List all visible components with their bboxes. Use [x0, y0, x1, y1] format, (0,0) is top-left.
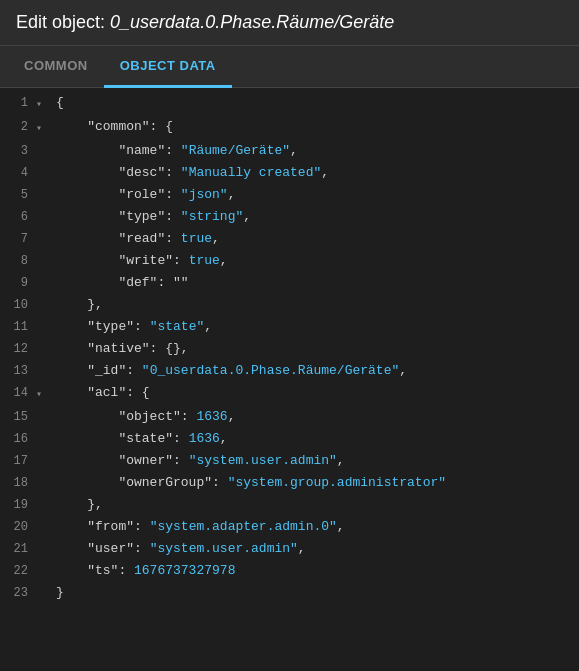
- line-num-13: 13: [0, 360, 36, 382]
- line-num-15: 15: [0, 406, 36, 428]
- line-arrow-6: [36, 206, 52, 208]
- line-arrow-16: [36, 428, 52, 430]
- line-arrow-10: [36, 294, 52, 296]
- line-content-15: "object": 1636,: [52, 406, 579, 428]
- line-content-23: }: [52, 582, 579, 604]
- line-num-3: 3: [0, 140, 36, 162]
- line-arrow-3: [36, 140, 52, 142]
- line-content-20: "from": "system.adapter.admin.0",: [52, 516, 579, 538]
- code-line-12: 12 "native": {},: [0, 338, 579, 360]
- line-arrow-23: [36, 582, 52, 584]
- line-num-9: 9: [0, 272, 36, 294]
- line-num-14: 14: [0, 382, 36, 404]
- line-num-4: 4: [0, 162, 36, 184]
- line-content-18: "ownerGroup": "system.group.administrato…: [52, 472, 579, 494]
- code-line-3: 3 "name": "Räume/Geräte",: [0, 140, 579, 162]
- line-content-10: },: [52, 294, 579, 316]
- line-arrow-12: [36, 338, 52, 340]
- line-arrow-19: [36, 494, 52, 496]
- line-arrow-9: [36, 272, 52, 274]
- line-num-20: 20: [0, 516, 36, 538]
- line-num-19: 19: [0, 494, 36, 516]
- tab-object-data[interactable]: OBJECT DATA: [104, 46, 232, 88]
- code-line-19: 19 },: [0, 494, 579, 516]
- code-line-15: 15 "object": 1636,: [0, 406, 579, 428]
- line-content-4: "desc": "Manually created",: [52, 162, 579, 184]
- line-num-22: 22: [0, 560, 36, 582]
- code-line-14: 14 ▾ "acl": {: [0, 382, 579, 406]
- line-num-7: 7: [0, 228, 36, 250]
- code-line-23: 23 }: [0, 582, 579, 604]
- code-area[interactable]: 1 ▾ { 2 ▾ "common": { 3 "name": "Räume/G…: [0, 88, 579, 659]
- code-line-11: 11 "type": "state",: [0, 316, 579, 338]
- code-line-2: 2 ▾ "common": {: [0, 116, 579, 140]
- line-arrow-7: [36, 228, 52, 230]
- line-arrow-8: [36, 250, 52, 252]
- line-num-6: 6: [0, 206, 36, 228]
- line-num-21: 21: [0, 538, 36, 560]
- code-line-8: 8 "write": true,: [0, 250, 579, 272]
- line-arrow-4: [36, 162, 52, 164]
- line-num-23: 23: [0, 582, 36, 604]
- line-arrow-5: [36, 184, 52, 186]
- line-content-2: "common": {: [52, 116, 579, 138]
- line-num-5: 5: [0, 184, 36, 206]
- line-content-22: "ts": 1676737327978: [52, 560, 579, 582]
- code-line-13: 13 "_id": "0_userdata.0.Phase.Räume/Gerä…: [0, 360, 579, 382]
- line-num-11: 11: [0, 316, 36, 338]
- line-arrow-18: [36, 472, 52, 474]
- line-content-12: "native": {},: [52, 338, 579, 360]
- line-content-3: "name": "Räume/Geräte",: [52, 140, 579, 162]
- line-content-5: "role": "json",: [52, 184, 579, 206]
- line-num-16: 16: [0, 428, 36, 450]
- line-num-12: 12: [0, 338, 36, 360]
- header: Edit object: 0_userdata.0.Phase.Räume/Ge…: [0, 0, 579, 46]
- tab-common[interactable]: COMMON: [8, 46, 104, 88]
- line-arrow-2[interactable]: ▾: [36, 116, 52, 140]
- line-content-8: "write": true,: [52, 250, 579, 272]
- code-line-22: 22 "ts": 1676737327978: [0, 560, 579, 582]
- code-line-6: 6 "type": "string",: [0, 206, 579, 228]
- line-arrow-14[interactable]: ▾: [36, 382, 52, 406]
- code-line-4: 4 "desc": "Manually created",: [0, 162, 579, 184]
- code-line-1: 1 ▾ {: [0, 92, 579, 116]
- line-arrow-17: [36, 450, 52, 452]
- line-content-16: "state": 1636,: [52, 428, 579, 450]
- code-line-18: 18 "ownerGroup": "system.group.administr…: [0, 472, 579, 494]
- code-line-9: 9 "def": "": [0, 272, 579, 294]
- line-arrow-15: [36, 406, 52, 408]
- line-content-14: "acl": {: [52, 382, 579, 404]
- line-content-13: "_id": "0_userdata.0.Phase.Räume/Geräte"…: [52, 360, 579, 382]
- line-content-7: "read": true,: [52, 228, 579, 250]
- line-arrow-21: [36, 538, 52, 540]
- code-line-21: 21 "user": "system.user.admin",: [0, 538, 579, 560]
- code-line-7: 7 "read": true,: [0, 228, 579, 250]
- tabs-bar: COMMON OBJECT DATA: [0, 46, 579, 88]
- line-num-10: 10: [0, 294, 36, 316]
- line-arrow-20: [36, 516, 52, 518]
- line-num-18: 18: [0, 472, 36, 494]
- line-num-17: 17: [0, 450, 36, 472]
- line-arrow-13: [36, 360, 52, 362]
- line-content-11: "type": "state",: [52, 316, 579, 338]
- line-num-1: 1: [0, 92, 36, 114]
- header-title: Edit object: 0_userdata.0.Phase.Räume/Ge…: [16, 12, 394, 32]
- line-arrow-22: [36, 560, 52, 562]
- line-content-9: "def": "": [52, 272, 579, 294]
- code-line-17: 17 "owner": "system.user.admin",: [0, 450, 579, 472]
- line-content-19: },: [52, 494, 579, 516]
- code-line-16: 16 "state": 1636,: [0, 428, 579, 450]
- line-arrow-11: [36, 316, 52, 318]
- line-content-17: "owner": "system.user.admin",: [52, 450, 579, 472]
- line-content-6: "type": "string",: [52, 206, 579, 228]
- line-content-21: "user": "system.user.admin",: [52, 538, 579, 560]
- line-content-1: {: [52, 92, 579, 114]
- code-line-10: 10 },: [0, 294, 579, 316]
- line-num-2: 2: [0, 116, 36, 138]
- code-line-20: 20 "from": "system.adapter.admin.0",: [0, 516, 579, 538]
- line-num-8: 8: [0, 250, 36, 272]
- code-line-5: 5 "role": "json",: [0, 184, 579, 206]
- line-arrow-1[interactable]: ▾: [36, 92, 52, 116]
